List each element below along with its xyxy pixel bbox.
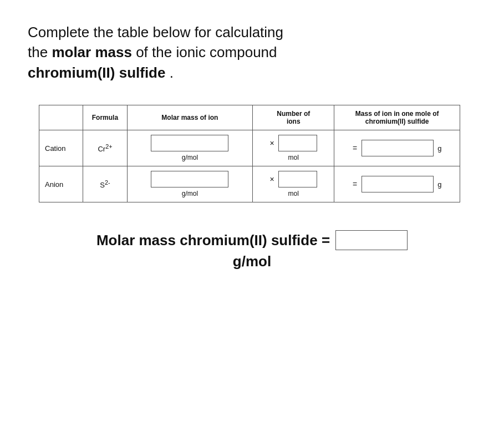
anion-molar-mass-cell: g/mol — [127, 166, 253, 202]
intro-line2-normal: the — [28, 44, 52, 60]
anion-number-input[interactable] — [278, 171, 317, 187]
intro-line3-end: . — [165, 64, 173, 81]
anion-number-unit: mol — [258, 190, 328, 197]
header-formula: Formula — [83, 105, 127, 130]
cation-equals-operator: = — [353, 144, 357, 153]
intro-paragraph: Complete the table below for calculating… — [28, 22, 444, 83]
cation-molar-mass-cell: g/mol — [127, 130, 253, 166]
intro-line1: Complete the table below for calculating — [28, 24, 283, 40]
cation-mass-unit: g — [437, 144, 441, 153]
table-row-anion: Anion S2- g/mol × mol = g — [39, 166, 460, 202]
cation-formula: Cr2+ — [83, 130, 127, 166]
cation-molar-unit: g/mol — [133, 154, 247, 161]
header-mass: Mass of ion in one mole of chromium(II) … — [334, 105, 460, 130]
bottom-unit: g/mol — [28, 253, 476, 270]
anion-label: Anion — [39, 166, 83, 202]
anion-mass-input[interactable] — [362, 176, 434, 192]
anion-formula: S2- — [83, 166, 127, 202]
cation-mass-input[interactable] — [362, 140, 434, 156]
table-wrapper: Formula Molar mass of ion Number of ions… — [39, 105, 476, 202]
bottom-section: Molar mass chromium(II) sulfide = g/mol — [28, 230, 476, 270]
cation-mass-cell: = g — [334, 130, 460, 166]
cation-number-cell: × mol — [253, 130, 334, 166]
anion-formula-superscript: 2- — [105, 179, 110, 186]
cation-multiply-operator: × — [269, 139, 274, 148]
anion-formula-text: S — [100, 181, 105, 189]
anion-molar-mass-input[interactable] — [151, 171, 228, 187]
header-molar-mass: Molar mass of ion — [127, 105, 253, 130]
anion-number-cell: × mol — [253, 166, 334, 202]
header-empty1 — [39, 105, 83, 130]
molar-mass-result-input[interactable] — [335, 230, 408, 250]
cation-formula-text: Cr — [98, 145, 105, 153]
anion-mass-cell: = g — [334, 166, 460, 202]
calculation-table: Formula Molar mass of ion Number of ions… — [39, 105, 460, 202]
anion-multiply-operator: × — [269, 175, 274, 184]
bottom-line: Molar mass chromium(II) sulfide = — [28, 230, 476, 250]
intro-line3-bold: chromium(II) sulfide — [28, 64, 165, 81]
intro-line2-end: of the ionic compound — [132, 44, 277, 60]
cation-number-input[interactable] — [278, 135, 317, 151]
anion-molar-unit: g/mol — [133, 190, 247, 197]
table-row-cation: Cation Cr2+ g/mol × mol = g — [39, 130, 460, 166]
bottom-label: Molar mass chromium(II) sulfide = — [96, 232, 330, 249]
cation-formula-superscript: 2+ — [105, 143, 112, 150]
table-header-row: Formula Molar mass of ion Number of ions… — [39, 105, 460, 130]
cation-label: Cation — [39, 130, 83, 166]
cation-number-unit: mol — [258, 154, 328, 161]
cation-molar-mass-input[interactable] — [151, 135, 228, 151]
anion-equals-operator: = — [353, 180, 357, 189]
header-number-of-ions: Number of ions — [253, 105, 334, 130]
intro-line2-bold: molar mass — [52, 44, 132, 60]
anion-mass-unit: g — [437, 180, 441, 189]
